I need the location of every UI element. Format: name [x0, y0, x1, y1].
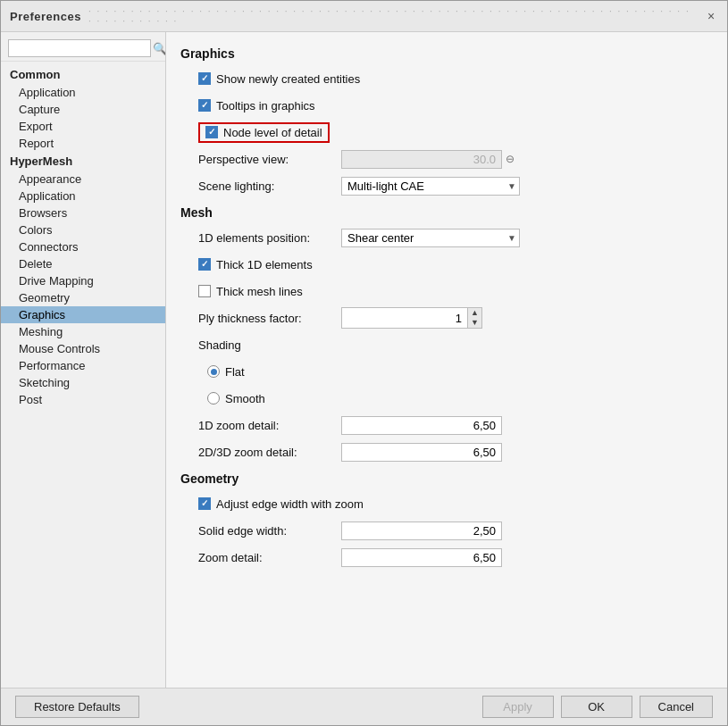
scene-lighting-select[interactable]: Multi-light CAE Single-light Ambient — [341, 177, 520, 196]
ply-thickness-spinner: ▲ ▼ — [341, 307, 482, 329]
nav-item-performance[interactable]: Performance — [1, 357, 165, 374]
nav-item-mouse-controls[interactable]: Mouse Controls — [1, 340, 165, 357]
zoom-2d3d-label: 2D/3D zoom detail: — [198, 446, 341, 459]
ok-button[interactable]: OK — [561, 696, 632, 718]
nav-item-drive-mapping[interactable]: Drive Mapping — [1, 272, 165, 289]
scene-lighting-select-wrapper: Multi-light CAE Single-light Ambient ▼ — [341, 177, 520, 196]
nav-item-capture[interactable]: Capture — [1, 101, 165, 118]
smooth-radio[interactable] — [207, 392, 220, 405]
1d-elements-select-wrapper: Shear center Node Centroid ▼ — [341, 229, 520, 247]
thick-1d-checkbox[interactable] — [198, 258, 211, 271]
node-detail-checkbox[interactable] — [205, 126, 218, 138]
ply-thickness-btns: ▲ ▼ — [467, 308, 481, 328]
zoom-2d3d-input[interactable] — [341, 443, 502, 462]
ply-thickness-row: Ply thickness factor: ▲ ▼ — [180, 307, 713, 329]
ply-thickness-down[interactable]: ▼ — [468, 318, 481, 328]
nav-item-graphics[interactable]: Graphics — [1, 306, 165, 323]
smooth-label[interactable]: Smooth — [207, 392, 265, 405]
tooltips-row: Tooltips in graphics — [180, 95, 713, 116]
perspective-input — [341, 150, 502, 169]
search-icon: 🔍 — [153, 42, 166, 55]
show-newly-label[interactable]: Show newly created entities — [198, 72, 360, 86]
flat-row: Flat — [207, 361, 713, 382]
thick-mesh-label[interactable]: Thick mesh lines — [198, 285, 303, 298]
scene-lighting-row: Scene lighting: Multi-light CAE Single-l… — [180, 175, 713, 196]
mesh-section-title: Mesh — [180, 205, 713, 220]
thick-1d-text: Thick 1D elements — [216, 258, 313, 271]
node-detail-row: Node level of detail — [180, 121, 713, 143]
show-newly-checkbox[interactable] — [198, 72, 211, 85]
zoom-1d-label: 1D zoom detail: — [198, 419, 341, 432]
nav-item-sketching[interactable]: Sketching — [1, 374, 165, 391]
nav-item-post[interactable]: Post — [1, 391, 165, 408]
1d-elements-label: 1D elements position: — [198, 231, 341, 245]
search-bar: 🔍 — [1, 36, 165, 62]
thick-mesh-text: Thick mesh lines — [216, 285, 303, 298]
adjust-edge-row: Adjust edge width with zoom — [180, 493, 713, 514]
solid-edge-row: Solid edge width: — [180, 520, 713, 541]
nav-item-connectors[interactable]: Connectors — [1, 238, 165, 255]
left-panel: 🔍 Common Application Capture Export Repo… — [1, 32, 166, 688]
1d-elements-row: 1D elements position: Shear center Node … — [180, 227, 713, 248]
title-bar-decoration: · · · · · · · · · · · · · · · · · · · · … — [88, 6, 697, 26]
nav-item-report[interactable]: Report — [1, 135, 165, 152]
smooth-text: Smooth — [225, 392, 265, 405]
nav-item-application-common[interactable]: Application — [1, 84, 165, 101]
tooltips-label[interactable]: Tooltips in graphics — [198, 99, 315, 113]
apply-button[interactable]: Apply — [482, 696, 554, 718]
right-panel: Graphics Show newly created entities Too… — [166, 32, 727, 688]
ply-thickness-label: Ply thickness factor: — [198, 312, 341, 325]
thick-1d-label[interactable]: Thick 1D elements — [198, 258, 313, 271]
nav-item-appearance[interactable]: Appearance — [1, 171, 165, 188]
ply-thickness-up[interactable]: ▲ — [468, 308, 481, 318]
1d-elements-select[interactable]: Shear center Node Centroid — [341, 229, 520, 247]
cancel-button[interactable]: Cancel — [640, 696, 713, 718]
nav-item-delete[interactable]: Delete — [1, 255, 165, 272]
main-area: 🔍 Common Application Capture Export Repo… — [1, 32, 727, 688]
title-bar: Preferences · · · · · · · · · · · · · · … — [1, 1, 727, 32]
node-detail-highlight: Node level of detail — [198, 122, 330, 143]
flat-text: Flat — [225, 365, 245, 379]
close-button[interactable]: × — [704, 9, 718, 23]
show-newly-row: Show newly created entities — [180, 68, 713, 89]
perspective-label: Perspective view: — [198, 153, 341, 166]
adjust-edge-checkbox[interactable] — [198, 497, 211, 510]
shading-group: Flat Smooth — [180, 361, 713, 409]
solid-edge-input[interactable] — [341, 522, 502, 540]
geometry-section-title: Geometry — [180, 471, 713, 486]
nav-item-meshing[interactable]: Meshing — [1, 323, 165, 340]
graphics-section-title: Graphics — [180, 46, 713, 61]
perspective-icon: ⊖ — [506, 153, 515, 165]
scene-lighting-label: Scene lighting: — [198, 179, 341, 193]
adjust-edge-label[interactable]: Adjust edge width with zoom — [198, 497, 364, 511]
zoom-detail-label: Zoom detail: — [198, 551, 341, 564]
show-newly-text: Show newly created entities — [216, 72, 360, 86]
tooltips-checkbox[interactable] — [198, 99, 211, 112]
nav-item-geometry[interactable]: Geometry — [1, 289, 165, 306]
flat-radio[interactable] — [207, 365, 220, 378]
nav-item-browsers[interactable]: Browsers — [1, 204, 165, 221]
nav-item-colors[interactable]: Colors — [1, 221, 165, 238]
nav-section-hypermesh: HyperMesh — [1, 152, 165, 171]
thick-mesh-checkbox[interactable] — [198, 285, 211, 297]
zoom-1d-input[interactable] — [341, 416, 502, 435]
thick-mesh-row: Thick mesh lines — [180, 280, 713, 302]
adjust-edge-text: Adjust edge width with zoom — [216, 497, 364, 511]
solid-edge-label: Solid edge width: — [198, 524, 341, 538]
zoom-detail-row: Zoom detail: — [180, 547, 713, 568]
bottom-bar: Restore Defaults Apply OK Cancel — [1, 688, 727, 725]
node-detail-text: Node level of detail — [223, 126, 322, 139]
zoom-detail-input[interactable] — [341, 548, 502, 567]
restore-defaults-button[interactable]: Restore Defaults — [15, 696, 139, 718]
nav-section-common: Common — [1, 65, 165, 84]
nav-item-application-hm[interactable]: Application — [1, 188, 165, 204]
perspective-row: Perspective view: ⊖ — [180, 148, 713, 170]
ply-thickness-input[interactable] — [342, 310, 467, 327]
zoom-1d-row: 1D zoom detail: — [180, 414, 713, 436]
shading-label-row: Shading — [180, 334, 713, 355]
flat-label[interactable]: Flat — [207, 365, 245, 379]
dialog-title: Preferences — [10, 10, 81, 23]
zoom-2d3d-row: 2D/3D zoom detail: — [180, 441, 713, 463]
search-input[interactable] — [8, 39, 151, 57]
nav-item-export[interactable]: Export — [1, 118, 165, 135]
